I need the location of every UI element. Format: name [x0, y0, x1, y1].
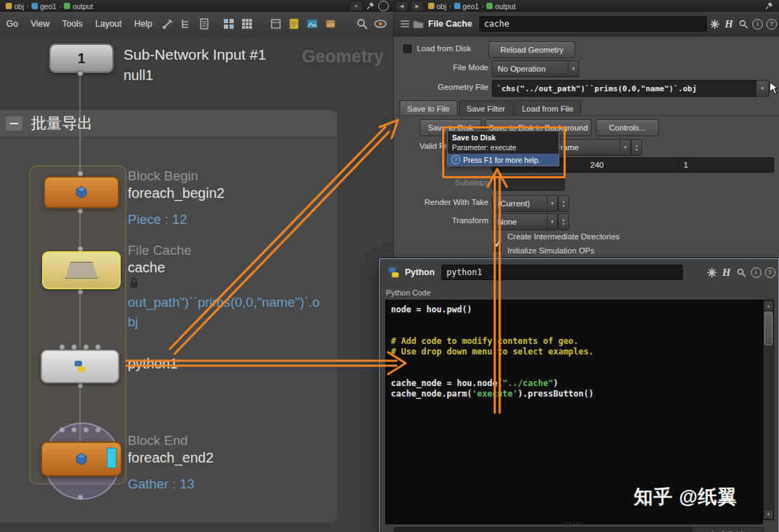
- transform-label: Transform: [394, 216, 488, 225]
- load-from-disk-checkbox[interactable]: [402, 44, 413, 54]
- reload-geometry-button[interactable]: Reload Geometry: [488, 41, 575, 58]
- end-node-meta: Gather : 13: [128, 477, 194, 492]
- parameter-tabs: Save to File Save Filter Load from File: [399, 100, 582, 116]
- node-type-title: File Cache: [428, 19, 472, 29]
- geometry-file-menu-button[interactable]: ▾: [756, 80, 769, 97]
- render-with-take-label: Render With Take: [394, 198, 488, 206]
- lock-icon: [129, 277, 139, 288]
- subnet-input-number: 1: [77, 51, 85, 67]
- chevron-down-icon: ▾: [568, 61, 578, 77]
- python-node-type-title: Python: [405, 267, 434, 277]
- file-mode-label: File Mode: [394, 63, 488, 72]
- check-mark-icon: ✓: [493, 237, 502, 251]
- annotation-highlight-box: [442, 126, 566, 178]
- foreach-begin-node[interactable]: [44, 176, 119, 208]
- end-node-type-label: Block End: [128, 433, 188, 448]
- scroll-down-icon[interactable]: ▼: [764, 509, 773, 519]
- network-type-watermark: Geometry: [302, 46, 384, 67]
- gear-menu-icon[interactable]: [707, 16, 722, 32]
- chevron-down-icon: ▾: [547, 196, 557, 211]
- panel-menu-icon[interactable]: [398, 17, 412, 31]
- begin-node-type-label: Block Begin: [128, 168, 198, 184]
- info-icon[interactable]: i: [751, 16, 765, 32]
- search-icon[interactable]: [733, 265, 749, 280]
- file-cache-node[interactable]: [42, 251, 121, 289]
- frame-increment-field[interactable]: 1: [679, 157, 774, 173]
- scrollbar-thumb[interactable]: [764, 312, 773, 345]
- connector-dot[interactable]: [77, 288, 84, 295]
- metadata-cube-icon: [74, 452, 88, 466]
- connector-dot[interactable]: [77, 383, 84, 389]
- geometry-file-label: Geometry File: [394, 83, 488, 91]
- render-take-spinner[interactable]: ▲▼: [558, 195, 569, 212]
- chevron-down-icon: ▾: [620, 140, 630, 155]
- python-node-name: python1: [128, 356, 178, 372]
- code-filter-field[interactable]: [394, 527, 694, 532]
- file-mode-dropdown[interactable]: No Operation▾: [492, 60, 579, 77]
- help-icon[interactable]: ?: [763, 265, 777, 280]
- chevron-down-icon: ▾: [757, 81, 768, 96]
- subnet-input-node[interactable]: 1: [49, 44, 114, 73]
- cache-node-path-line1: out_path")``prims(0,0,"name")`.o: [128, 295, 320, 310]
- cursor-position-indicator: Ln 1 Col 1: [692, 527, 764, 532]
- create-intermediate-directories-checkbox[interactable]: ✓: [492, 242, 502, 253]
- cache-node-path-line2: bj: [128, 314, 138, 330]
- valid-frame-spinner[interactable]: ▲▼: [631, 139, 642, 156]
- resize-grip[interactable]: ·····: [385, 519, 763, 526]
- python-panel-header: Python python1 H i ?: [380, 262, 777, 283]
- tab-save-filter[interactable]: Save Filter: [459, 100, 513, 116]
- chevron-down-icon: ▾: [547, 214, 557, 230]
- scroll-up-icon[interactable]: ▲: [764, 300, 773, 311]
- python-node-name-field[interactable]: python1: [441, 265, 683, 280]
- python-logo-icon: [385, 264, 402, 281]
- transform-dropdown[interactable]: None▾: [492, 213, 558, 230]
- cache-node-name: cache: [128, 260, 165, 276]
- transform-spinner[interactable]: ▲▼: [558, 213, 569, 230]
- subnet-input-name: null1: [124, 67, 153, 84]
- connector-dot[interactable]: [77, 70, 84, 77]
- gear-menu-icon[interactable]: [704, 265, 719, 280]
- display-flag[interactable]: [107, 448, 116, 468]
- node-name-field[interactable]: cache: [479, 16, 707, 32]
- houdini-h-icon[interactable]: H: [722, 16, 736, 32]
- end-node-name: foreach_end2: [128, 450, 213, 466]
- metadata-cube-icon: [74, 185, 88, 199]
- mouse-cursor: [769, 81, 779, 95]
- substeps-label: Substeps: [394, 178, 488, 187]
- controls-button[interactable]: Controls...: [596, 119, 659, 136]
- info-icon[interactable]: i: [749, 265, 763, 280]
- begin-node-name: foreach_begin2: [128, 185, 225, 201]
- code-scrollbar[interactable]: ▲ ▼: [763, 300, 774, 520]
- connector-dot[interactable]: [77, 208, 84, 214]
- search-icon[interactable]: [735, 16, 751, 32]
- subnet-input-title: Sub-Network Input #1: [124, 46, 266, 63]
- tab-load-from-file[interactable]: Load from File: [514, 100, 582, 116]
- file-cache-icon: [412, 17, 426, 31]
- initialize-simulation-ops-label: Initialize Simulation OPs: [507, 246, 594, 255]
- parameter-panel-header: File Cache cache H i ?: [394, 12, 779, 36]
- render-with-take-dropdown[interactable]: (Current)▾: [492, 195, 558, 212]
- python-node[interactable]: [41, 350, 119, 383]
- tab-save-to-file[interactable]: Save to File: [399, 100, 458, 116]
- begin-node-meta: Piece : 12: [128, 212, 187, 227]
- frame-end-field[interactable]: 240: [585, 157, 681, 173]
- cache-node-type-label: File Cache: [128, 243, 192, 258]
- file-cache-node-icon: [65, 262, 98, 279]
- houdini-window: obj › geo1 › output ▾ ◀ ▶ obj › geo1 › o…: [0, 0, 779, 532]
- help-icon[interactable]: ?: [764, 16, 778, 32]
- geometry-file-field[interactable]: `chs("../out_path")``prims(0,0,"name")`.…: [492, 80, 760, 97]
- python-logo-icon: [73, 359, 87, 373]
- watermark: 知乎 @纸翼: [634, 484, 738, 510]
- tab-divider: [394, 115, 779, 116]
- houdini-h-icon[interactable]: H: [719, 265, 733, 280]
- create-intermediate-directories-label: Create Intermediate Directories: [507, 232, 620, 241]
- python-code-label: Python Code: [386, 288, 431, 297]
- load-from-disk-label: Load from Disk: [417, 44, 471, 53]
